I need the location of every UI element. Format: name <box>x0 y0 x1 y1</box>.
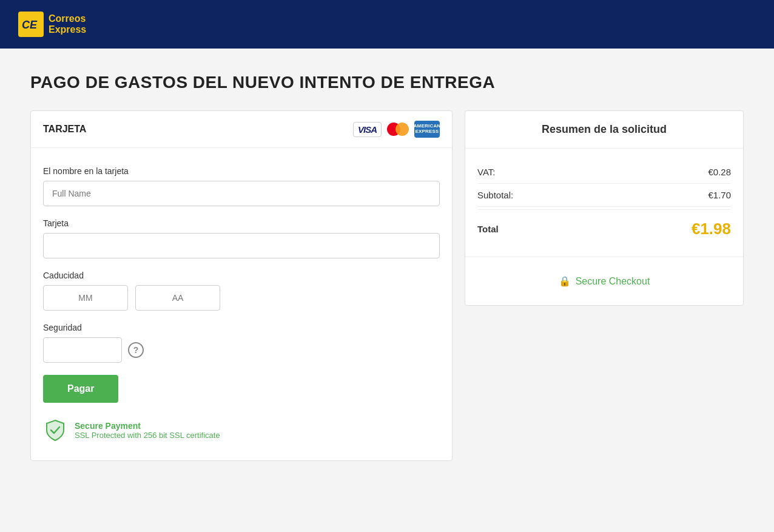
payment-card: TARJETA VISA AMERICANEX <box>30 110 453 461</box>
security-field-group: Seguridad ? <box>43 323 440 363</box>
total-value: €1.98 <box>692 220 731 238</box>
page-title: PAGO DE GASTOS DEL NUEVO INTENTO DE ENTR… <box>30 73 744 92</box>
page-content: PAGO DE GASTOS DEL NUEVO INTENTO DE ENTR… <box>0 49 774 485</box>
secure-payment-title: Secure Payment <box>75 421 220 431</box>
secure-checkout-button[interactable]: 🔒 Secure Checkout <box>559 275 650 287</box>
shield-icon <box>43 418 67 442</box>
lock-icon: 🔒 <box>559 275 571 287</box>
secure-payment-description: SSL Protected with 256 bit SSL certifica… <box>75 431 220 440</box>
summary-header: Resumen de la solicitud <box>465 111 743 149</box>
payment-method-label: TARJETA <box>43 124 86 135</box>
card-body: El nombre en la tarjeta Tarjeta Caducida… <box>31 148 452 460</box>
vat-label: VAT: <box>477 167 495 177</box>
security-input[interactable] <box>43 337 122 363</box>
expiry-row <box>43 285 440 311</box>
svg-text:CE: CE <box>22 19 38 31</box>
logo: CE Correos Express <box>18 12 86 37</box>
payment-icons: VISA AMERICANEXPRESS <box>353 121 440 138</box>
name-input[interactable] <box>43 181 440 206</box>
expiry-month-input[interactable] <box>43 285 128 311</box>
subtotal-row: Subtotal: €1.70 <box>477 184 731 207</box>
vat-value: €0.28 <box>708 167 731 177</box>
secure-checkout-label: Secure Checkout <box>576 276 650 287</box>
total-row: Total €1.98 <box>477 209 731 244</box>
subtotal-label: Subtotal: <box>477 190 513 200</box>
subtotal-value: €1.70 <box>708 190 731 200</box>
card-number-field-group: Tarjeta <box>43 218 440 258</box>
card-number-input[interactable] <box>43 233 440 258</box>
main-layout: TARJETA VISA AMERICANEX <box>30 110 744 461</box>
total-label: Total <box>477 224 499 234</box>
vat-row: VAT: €0.28 <box>477 161 731 184</box>
expiry-label: Caducidad <box>43 271 440 280</box>
name-field-group: El nombre en la tarjeta <box>43 166 440 206</box>
security-row: ? <box>43 337 440 363</box>
pagar-button[interactable]: Pagar <box>43 375 118 403</box>
summary-body: VAT: €0.28 Subtotal: €1.70 Total €1.98 <box>465 149 743 257</box>
secure-payment-text: Secure Payment SSL Protected with 256 bi… <box>75 421 220 440</box>
summary-card: Resumen de la solicitud VAT: €0.28 Subto… <box>465 110 744 306</box>
expiry-year-input[interactable] <box>135 285 220 311</box>
summary-title: Resumen de la solicitud <box>542 123 667 135</box>
security-label: Seguridad <box>43 323 440 332</box>
card-label: Tarjeta <box>43 218 440 228</box>
correos-express-logo-icon: CE <box>18 12 44 37</box>
mastercard-icon <box>385 121 411 138</box>
checkout-section: 🔒 Secure Checkout <box>465 257 743 305</box>
visa-icon: VISA <box>353 122 382 137</box>
amex-icon: AMERICANEXPRESS <box>414 121 440 138</box>
site-header: CE Correos Express <box>0 0 774 49</box>
card-header: TARJETA VISA AMERICANEX <box>31 111 452 148</box>
logo-text: Correos Express <box>49 13 86 35</box>
expiry-field-group: Caducidad <box>43 271 440 311</box>
secure-payment-banner: Secure Payment SSL Protected with 256 bi… <box>43 418 440 442</box>
cvv-help-icon[interactable]: ? <box>128 342 144 358</box>
name-label: El nombre en la tarjeta <box>43 166 440 176</box>
